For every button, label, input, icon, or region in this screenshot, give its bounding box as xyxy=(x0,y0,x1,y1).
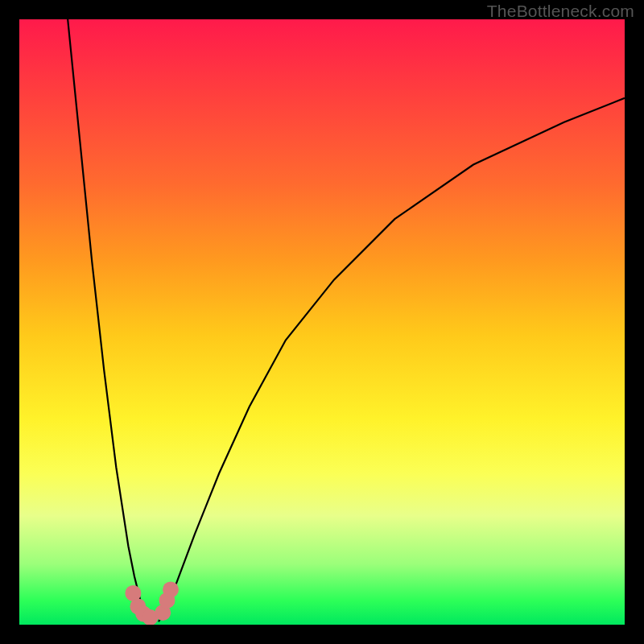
plot-area xyxy=(19,19,625,625)
watermark-text: TheBottleneck.com xyxy=(487,2,634,21)
chart-frame: TheBottleneck.com xyxy=(0,0,644,644)
right-branch-curve xyxy=(159,98,625,621)
marker-dot xyxy=(163,581,179,597)
curve-layer xyxy=(19,19,625,625)
left-branch-curve xyxy=(68,19,152,621)
marker-group xyxy=(125,581,179,625)
